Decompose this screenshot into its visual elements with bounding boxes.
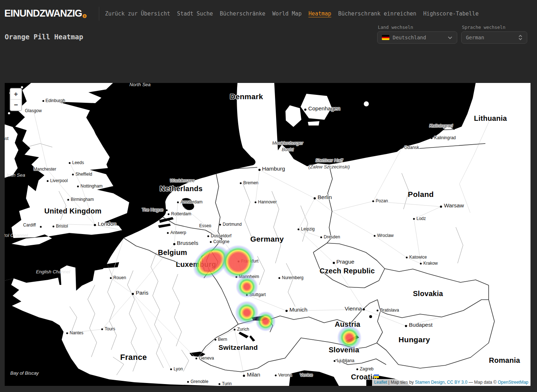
map-geography bbox=[5, 83, 531, 386]
logo-text: EINUNDZWANZIG bbox=[4, 9, 82, 18]
bitcoin-icon: ₿ bbox=[83, 14, 87, 18]
ukraine-flag-icon bbox=[374, 374, 379, 378]
attribution-separator: , bbox=[445, 380, 447, 385]
attribution-separator: | Map tiles by bbox=[387, 380, 415, 385]
locale-controls: Land wechseln Deutschland Sprache wechse… bbox=[377, 25, 527, 44]
german-flag-icon bbox=[382, 35, 389, 40]
attribution-link-stamen-design[interactable]: Stamen Design bbox=[415, 380, 445, 385]
country-group: Land wechseln Deutschland bbox=[377, 25, 457, 44]
country-select[interactable]: Deutschland bbox=[377, 31, 457, 44]
heatmap-map-canvas[interactable]: EdinburghGlasgowBelfastLeedsManchesterLi… bbox=[5, 83, 531, 386]
nav-link-b-cherschr-nke[interactable]: Bücherschränke bbox=[220, 10, 265, 17]
nav-link-stadt-suche[interactable]: Stadt Suche bbox=[177, 10, 213, 17]
language-select[interactable]: German bbox=[461, 31, 527, 44]
main-nav: Zurück zur ÜbersichtStadt SucheBüchersch… bbox=[105, 10, 479, 17]
header-divider bbox=[99, 7, 99, 21]
language-group: Sprache wechseln German bbox=[461, 25, 527, 44]
nav-link-b-cherschrank-einreichen[interactable]: Bücherschrank einreichen bbox=[338, 10, 416, 17]
zoom-control: + − bbox=[10, 88, 22, 111]
country-value: Deutschland bbox=[393, 35, 426, 40]
header: EINUNDZWANZIG ₿ Zurück zur ÜbersichtStad… bbox=[0, 0, 537, 27]
language-label: Sprache wechseln bbox=[461, 25, 527, 30]
nav-link-zur-ck-zur-bersicht[interactable]: Zurück zur Übersicht bbox=[105, 10, 170, 17]
country-label: Land wechseln bbox=[377, 25, 457, 30]
nav-link-heatmap[interactable]: Heatmap bbox=[309, 10, 331, 17]
attribution-link-leaflet[interactable]: Leaflet bbox=[374, 380, 387, 385]
nav-link-highscore-tabelle[interactable]: Highscore-Tabelle bbox=[423, 10, 479, 17]
zoom-out-button[interactable]: − bbox=[10, 100, 21, 110]
nav-link-world-map[interactable]: World Map bbox=[272, 10, 301, 17]
chevron-up-down-icon bbox=[518, 34, 523, 41]
attribution-separator: — Map data © bbox=[467, 380, 498, 385]
attribution-link-cc-by-3-0[interactable]: CC BY 3.0 bbox=[447, 380, 467, 385]
logo[interactable]: EINUNDZWANZIG ₿ bbox=[4, 9, 87, 18]
map-attribution: Leaflet | Map tiles by Stamen Design, CC… bbox=[372, 379, 531, 386]
language-value: German bbox=[466, 35, 484, 40]
attribution-link-openstreetmap[interactable]: OpenStreetMap bbox=[498, 380, 528, 385]
attribution-text: Leaflet | Map tiles by Stamen Design, CC… bbox=[374, 380, 528, 385]
zoom-in-button[interactable]: + bbox=[10, 89, 21, 100]
chevron-down-icon bbox=[448, 36, 453, 39]
